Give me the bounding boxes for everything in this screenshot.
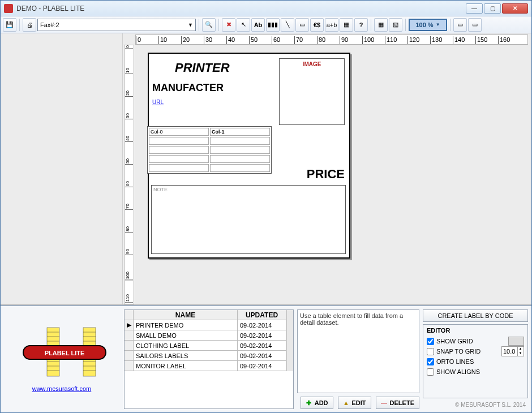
currency-icon: €$: [314, 21, 320, 28]
cell-name: MONITOR LABEL: [134, 361, 238, 371]
editor-panel: EDITOR SHOW GRID SNAP TO GRID 10.0 ▲▼ OR…: [423, 324, 528, 398]
fullscreen-icon: ▭: [472, 21, 478, 28]
barcode-tool-button[interactable]: ▮▮▮: [266, 18, 280, 32]
text-tool-button[interactable]: Ab: [251, 18, 265, 32]
x-icon: ✖: [226, 21, 231, 28]
chevron-down-icon: ▼: [188, 22, 193, 28]
currency-tool-button[interactable]: €$: [310, 18, 324, 32]
table-row[interactable]: SAILORS LABELS09-02-2014: [125, 351, 286, 361]
snap-to-grid-checkbox[interactable]: SNAP TO GRID: [427, 346, 480, 356]
editor-header: EDITOR: [427, 327, 524, 334]
grid-color-swatch[interactable]: [508, 337, 524, 346]
rect-tool-button[interactable]: ▭: [295, 18, 309, 32]
table-row[interactable]: CLOTHING LABEL09-02-2014: [125, 341, 286, 351]
cell-updated: 09-02-2014: [238, 341, 286, 351]
image-label: IMAGE: [280, 61, 344, 67]
vendor-link[interactable]: www.mesurasoft.com: [32, 385, 92, 392]
help-button[interactable]: ?: [354, 18, 368, 32]
table-header-0: Col-0: [149, 128, 209, 136]
row-indicator: [125, 330, 134, 341]
table-row[interactable]: MONITOR LABEL09-02-2014: [125, 361, 286, 371]
window-title: DEMO - PLABEL LITE: [16, 5, 84, 12]
cell-updated: 09-02-2014: [238, 361, 286, 371]
table-row[interactable]: SMALL DEMO09-02-2014: [125, 330, 286, 341]
add-button[interactable]: ✚ADD: [301, 397, 333, 409]
col-updated-header[interactable]: UPDATED: [238, 310, 286, 320]
create-label-by-code-button[interactable]: CREATE LABEL BY CODE: [423, 309, 528, 322]
delete-tool-button[interactable]: ✖: [222, 18, 235, 32]
plabel-logo: PLABEL LITE: [16, 326, 107, 377]
search-icon: 🔍: [205, 21, 213, 28]
close-button[interactable]: ✕: [502, 3, 528, 14]
label-note-box[interactable]: NOTE: [151, 185, 346, 254]
plus-icon: ✚: [306, 399, 312, 406]
canvas-area: 0102030405060708090100110120130140150160…: [123, 33, 531, 304]
image-button[interactable]: ▧: [389, 18, 402, 32]
titlebar: DEMO - PLABEL LITE — ▢ ✕: [1, 1, 531, 16]
text-icon: Ab: [254, 21, 263, 28]
expression-tool-button[interactable]: a+b: [325, 18, 338, 32]
svg-rect-1: [83, 328, 96, 347]
grid-icon: ▦: [378, 21, 384, 28]
svg-rect-3: [83, 357, 96, 376]
label-manufacturer[interactable]: MANUFACTER: [152, 82, 224, 94]
row-indicator: [125, 341, 134, 351]
fit-icon: ▭: [457, 21, 463, 28]
label-table[interactable]: Col-0Col-1: [147, 126, 272, 174]
fullscreen-button[interactable]: ▭: [468, 18, 482, 32]
minimize-button[interactable]: —: [466, 3, 483, 14]
pointer-tool-button[interactable]: ↖: [237, 18, 250, 32]
delete-button[interactable]: —DELETE: [376, 397, 419, 409]
cell-name: SMALL DEMO: [134, 330, 238, 341]
label-url[interactable]: URL: [152, 99, 164, 105]
copyright: © MESURASOFT S.L. 2014: [423, 401, 528, 409]
printer-select[interactable]: Fax#:2 ▼: [37, 19, 196, 31]
logo-pane: PLABEL LITE www.mesurasoft.com: [1, 306, 123, 412]
save-icon: 💾: [6, 21, 14, 28]
calendar-tool-button[interactable]: ▦: [340, 18, 353, 32]
left-panel: [1, 33, 123, 304]
line-icon: ╲: [286, 21, 290, 28]
row-indicator: ▶: [125, 320, 134, 330]
grid-button[interactable]: ▦: [374, 18, 388, 32]
svg-rect-2: [47, 357, 59, 376]
zoom-display[interactable]: 100 %▼: [409, 19, 447, 31]
save-button[interactable]: 💾: [3, 18, 16, 32]
note-label: NOTE: [153, 187, 168, 192]
pointer-icon: ↖: [241, 21, 246, 28]
help-icon: ?: [359, 21, 363, 28]
cell-name: PRINTER DEMO: [134, 320, 238, 330]
fit-width-button[interactable]: ▭: [453, 18, 467, 32]
cell-updated: 09-02-2014: [238, 320, 286, 330]
col-name-header[interactable]: NAME: [134, 310, 238, 320]
row-indicator: [125, 361, 134, 371]
grid-scrollbar[interactable]: [286, 310, 293, 371]
row-indicator: [125, 351, 134, 361]
label-price[interactable]: PRICE: [307, 167, 345, 182]
cell-updated: 09-02-2014: [238, 351, 286, 361]
svg-rect-0: [47, 328, 59, 347]
snap-value-spinner[interactable]: 10.0 ▲▼: [501, 346, 524, 356]
label-image-placeholder[interactable]: IMAGE: [279, 58, 345, 125]
cell-name: SAILORS LABELS: [134, 351, 238, 361]
maximize-button[interactable]: ▢: [484, 3, 501, 14]
orto-lines-checkbox[interactable]: ORTO LINES: [427, 356, 524, 367]
edit-icon: ▲: [343, 399, 350, 406]
label-canvas[interactable]: PRINTER MANUFACTER URL IMAGE Col-0Col-1 …: [148, 53, 350, 259]
table-row[interactable]: ▶PRINTER DEMO09-02-2014: [125, 320, 286, 330]
calendar-icon: ▦: [344, 21, 349, 28]
print-button[interactable]: 🖨: [23, 18, 36, 32]
printer-select-value: Fax#:2: [40, 21, 59, 28]
app-icon: [4, 4, 13, 13]
preview-button[interactable]: 🔍: [202, 18, 216, 32]
show-aligns-checkbox[interactable]: SHOW ALIGNS: [427, 367, 524, 377]
show-grid-checkbox[interactable]: SHOW GRID: [427, 336, 473, 346]
cell-name: CLOTHING LABEL: [134, 341, 238, 351]
cell-updated: 09-02-2014: [238, 330, 286, 341]
minus-icon: —: [381, 399, 388, 406]
edit-button[interactable]: ▲EDIT: [338, 397, 371, 409]
labels-grid: NAME UPDATED ▶PRINTER DEMO09-02-2014SMAL…: [124, 309, 294, 409]
label-title[interactable]: PRINTER: [175, 61, 230, 75]
line-tool-button[interactable]: ╲: [281, 18, 294, 32]
horizontal-ruler: 0102030405060708090100110120130140150160: [135, 35, 528, 45]
